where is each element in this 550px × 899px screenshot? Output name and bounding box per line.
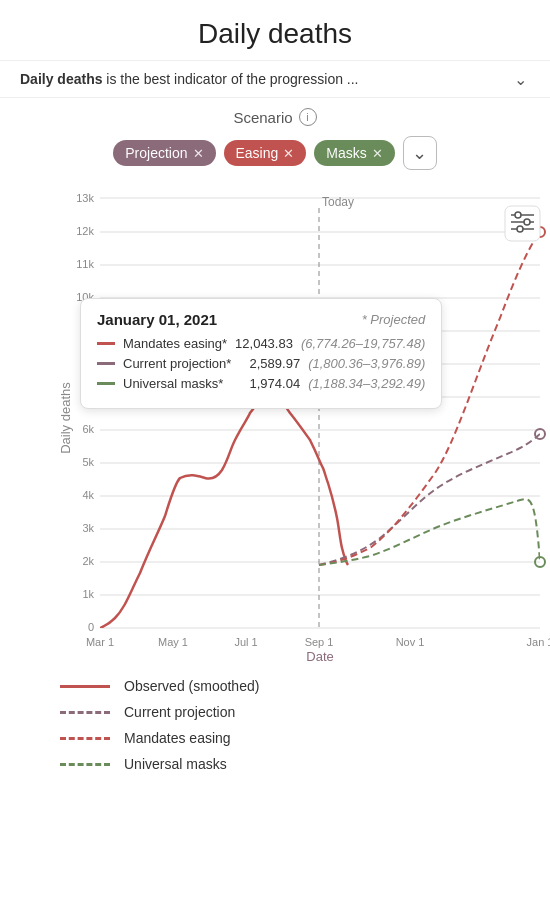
subtitle-bold: Daily deaths [20,71,102,87]
scenario-info-icon[interactable]: i [299,108,317,126]
tooltip-projected-label: * Projected [362,312,426,327]
svg-text:Jul 1: Jul 1 [234,636,257,648]
tooltip-box: January 01, 2021 * Projected Mandates ea… [80,298,442,409]
chip-projection-remove[interactable]: ✕ [193,146,204,161]
svg-point-46 [524,219,530,225]
svg-text:13k: 13k [76,192,94,204]
svg-text:Date: Date [306,649,333,664]
svg-text:3k: 3k [82,522,94,534]
tooltip-range-0: (6,774.26–19,757.48) [301,336,425,351]
svg-text:6k: 6k [82,423,94,435]
chip-easing[interactable]: Easing ✕ [224,140,307,166]
svg-rect-0 [100,198,540,628]
svg-text:12k: 12k [76,225,94,237]
page-title: Daily deaths [0,0,550,60]
legend-item-3: Universal masks [60,756,510,772]
chip-projection[interactable]: Projection ✕ [113,140,215,166]
legend-line-dash-green [60,763,110,766]
tooltip-value-0: 12,043.83 [235,336,293,351]
tooltip-swatch-green [97,382,115,385]
tooltip-range-2: (1,188.34–3,292.49) [308,376,425,391]
y-axis-label: Daily deaths [58,382,73,454]
tooltip-value-2: 1,974.04 [250,376,301,391]
legend-area: Observed (smoothed) Current projection M… [0,658,550,802]
tooltip-date: January 01, 2021 [97,311,217,328]
tooltip-row-2: Universal masks* 1,974.04 (1,188.34–3,29… [97,376,425,391]
svg-text:2k: 2k [82,555,94,567]
tooltip-row-1: Current projection* 2,589.97 (1,800.36–3… [97,356,425,371]
legend-item-0: Observed (smoothed) [60,678,510,694]
svg-rect-41 [505,206,540,241]
subtitle-text: Daily deaths is the best indicator of th… [20,71,510,87]
scenario-row: Scenario i [0,98,550,132]
chips-dropdown-arrow[interactable]: ⌄ [403,136,437,170]
chip-masks-label: Masks [326,145,366,161]
legend-item-1: Current projection [60,704,510,720]
chips-row: Projection ✕ Easing ✕ Masks ✕ ⌄ [0,132,550,178]
legend-line-dash-purple [60,711,110,714]
svg-text:Today: Today [322,195,354,209]
tooltip-swatch-red [97,342,115,345]
chip-projection-label: Projection [125,145,187,161]
legend-line-solid-red [60,685,110,688]
chip-easing-remove[interactable]: ✕ [283,146,294,161]
legend-label-2: Mandates easing [124,730,231,746]
tooltip-label-2: Universal masks* [123,376,242,391]
chip-masks-remove[interactable]: ✕ [372,146,383,161]
svg-text:0: 0 [88,621,94,633]
tooltip-range-1: (1,800.36–3,976.89) [308,356,425,371]
chip-masks[interactable]: Masks ✕ [314,140,394,166]
svg-text:4k: 4k [82,489,94,501]
expand-chevron[interactable]: ⌄ [510,69,530,89]
scenario-label: Scenario [233,109,292,126]
svg-point-47 [517,226,523,232]
svg-text:1k: 1k [82,588,94,600]
svg-text:Jan 1: Jan 1 [527,636,550,648]
legend-label-0: Observed (smoothed) [124,678,259,694]
chart-container: Daily deaths [20,178,530,658]
svg-text:Nov 1: Nov 1 [396,636,425,648]
chart-area: Daily deaths [0,178,550,658]
chart-svg: 0 1k 2k 3k 4k 5k 6k 7k 8k 9k 10k 11k 12k… [50,178,550,658]
chip-easing-label: Easing [236,145,279,161]
tooltip-label-1: Current projection* [123,356,242,371]
svg-text:5k: 5k [82,456,94,468]
svg-point-45 [515,212,521,218]
legend-label-3: Universal masks [124,756,227,772]
svg-text:11k: 11k [76,258,94,270]
tooltip-value-1: 2,589.97 [250,356,301,371]
tooltip-row-0: Mandates easing* 12,043.83 (6,774.26–19,… [97,336,425,351]
legend-line-dash-red [60,737,110,740]
tooltip-swatch-purple [97,362,115,365]
svg-text:Sep 1: Sep 1 [305,636,334,648]
legend-label-1: Current projection [124,704,235,720]
tooltip-label-0: Mandates easing* [123,336,227,351]
legend-item-2: Mandates easing [60,730,510,746]
tooltip-header: January 01, 2021 * Projected [97,311,425,328]
subtitle-row: Daily deaths is the best indicator of th… [0,60,550,98]
svg-text:Mar 1: Mar 1 [86,636,114,648]
subtitle-rest: is the best indicator of the progression… [102,71,358,87]
svg-text:May 1: May 1 [158,636,188,648]
